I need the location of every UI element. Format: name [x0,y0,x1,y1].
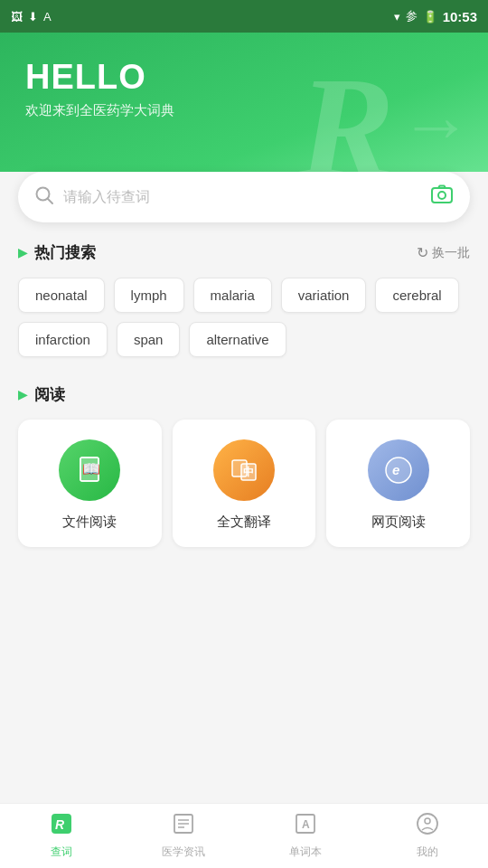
tag-infarction[interactable]: infarction [18,322,108,357]
svg-point-5 [438,192,446,199]
card-web-reading[interactable]: e 网页阅读 [326,420,470,547]
nav-wordbook-icon: A [294,812,317,841]
reading-cards-container: 📖 文件阅读 中 全文翻译 e [18,420,470,547]
nav-search-label: 查词 [51,844,72,860]
file-reading-icon: 📖 [59,439,120,501]
search-container: 请输入待查词 [0,172,488,222]
translation-icon: 中 [213,439,275,501]
refresh-icon: ↻ [417,244,428,261]
main-content: ▶ 热门搜索 ↻ 换一批 neonatal lymph malaria vari… [0,222,488,357]
svg-text:→: → [398,85,470,165]
status-time: 10:53 [443,9,477,24]
hot-search-arrow-icon: ▶ [18,246,27,259]
web-reading-label: 网页阅读 [371,514,426,531]
nav-news-icon [172,812,195,841]
refresh-button[interactable]: ↻ 换一批 [417,244,470,261]
image-icon: 🖼 [11,10,23,24]
search-bar[interactable]: 请输入待查词 [18,172,470,222]
nav-item-wordbook[interactable]: A 单词本 [244,805,366,867]
tag-span[interactable]: span [117,322,181,357]
search-icon [34,185,54,210]
svg-rect-4 [432,188,452,203]
hot-search-header: ▶ 热门搜索 ↻ 换一批 [18,242,470,263]
svg-text:A: A [302,818,310,831]
nav-item-news[interactable]: 医学资讯 [122,805,244,867]
nav-mine-icon [416,812,439,841]
wifi-icon: ▾ [394,10,400,24]
tag-lymph[interactable]: lymph [114,278,184,313]
reading-header: ▶ 阅读 [18,384,470,405]
svg-text:e: e [392,462,399,477]
refresh-label: 换一批 [432,245,470,261]
header-hello: HELLO [25,58,463,97]
hot-search-title: ▶ 热门搜索 [18,242,96,263]
svg-point-23 [425,818,430,824]
nav-item-search[interactable]: R 查词 [0,805,122,867]
battery-icon: 🔋 [423,10,437,24]
hot-tags-container: neonatal lymph malaria variation cerebra… [18,278,470,357]
download-icon: ⬇ [28,10,38,24]
card-file-reading[interactable]: 📖 文件阅读 [18,420,162,547]
tag-variation[interactable]: variation [281,278,367,313]
status-right-icons: ▾ 参 🔋 10:53 [394,8,477,24]
reading-arrow-icon: ▶ [18,388,27,401]
hot-search-label: 热门搜索 [34,242,96,263]
reading-section: ▶ 阅读 📖 文件阅读 中 全 [0,364,488,547]
svg-text:R: R [55,817,65,832]
status-left-icons: 🖼 ⬇ A [11,10,52,24]
nav-news-label: 医学资讯 [162,844,205,860]
nav-item-mine[interactable]: 我的 [366,805,488,867]
svg-text:中: 中 [243,466,254,478]
tag-neonatal[interactable]: neonatal [18,278,105,313]
bottom-nav: R 查词 医学资讯 A 单词本 [0,803,488,868]
file-reading-label: 文件阅读 [62,514,117,531]
signal-icon: 参 [406,8,418,24]
status-bar: 🖼 ⬇ A ▾ 参 🔋 10:53 [0,0,488,33]
nav-wordbook-label: 单词本 [289,844,322,860]
nav-mine-label: 我的 [417,844,438,860]
tag-malaria[interactable]: malaria [193,278,272,313]
search-placeholder[interactable]: 请输入待查词 [63,188,421,207]
header-subtitle: 欢迎来到全医药学大词典 [25,102,463,119]
svg-text:📖: 📖 [82,460,100,477]
camera-icon[interactable] [430,183,454,212]
tag-alternative[interactable]: alternative [189,322,286,357]
reading-title: ▶ 阅读 [18,384,65,405]
card-full-translation[interactable]: 中 全文翻译 [173,420,316,547]
nav-search-icon: R [50,812,73,841]
reading-label: 阅读 [34,384,65,405]
translation-label: 全文翻译 [217,514,271,531]
tag-cerebral[interactable]: cerebral [375,278,458,313]
font-icon: A [43,10,52,24]
svg-line-3 [48,198,53,203]
web-reading-icon: e [368,439,429,501]
